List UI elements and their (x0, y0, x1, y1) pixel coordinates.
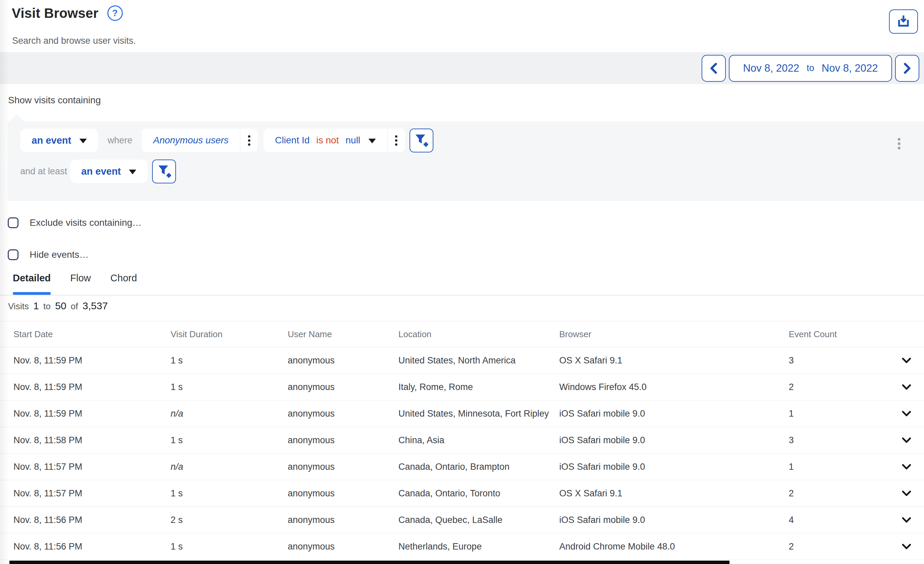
segment-condition-box[interactable]: Anonymous users (142, 129, 258, 152)
date-range-start: Nov 8, 2022 (743, 62, 799, 74)
cell-start-date: Nov. 8, 11:56 PM (14, 542, 171, 552)
page-subtitle: Search and browse user visits. (12, 36, 136, 46)
tab-detailed[interactable]: Detailed (13, 272, 51, 295)
col-user-name: User Name (288, 329, 398, 339)
table-row[interactable]: Nov. 8, 11:56 PM 2 s anonymous Canada, Q… (0, 507, 924, 533)
date-range-button[interactable]: Nov 8, 2022 to Nov 8, 2022 (729, 55, 892, 82)
cell-user-name: anonymous (288, 542, 398, 552)
expand-row-button[interactable] (902, 357, 911, 363)
cell-browser: iOS Safari mobile 9.0 (559, 435, 789, 446)
condition-field: Client Id (275, 135, 310, 146)
add-filter-button[interactable] (410, 129, 434, 153)
expand-row-button[interactable] (902, 384, 911, 390)
filter-panel-notch (0, 107, 924, 122)
table-row[interactable]: Nov. 8, 11:59 PM 1 s anonymous Italy, Ro… (0, 374, 924, 400)
cell-event-count: 2 (789, 488, 902, 499)
summary-total: 3,537 (82, 300, 108, 311)
table-row[interactable]: Nov. 8, 11:56 PM 1 s anonymous Netherlan… (0, 533, 924, 560)
cell-location: Italy, Rome, Rome (398, 382, 559, 392)
condition-operator: is not (316, 135, 339, 146)
filter-panel: an event where Anonymous users Client Id… (8, 122, 924, 201)
table-row[interactable]: Nov. 8, 11:59 PM n/a anonymous United St… (0, 400, 924, 427)
chevron-down-icon (902, 490, 911, 496)
hide-events-option: Hide events… (8, 249, 924, 261)
cell-user-name: anonymous (288, 382, 398, 392)
funnel-plus-icon (156, 164, 172, 179)
tab-flow[interactable]: Flow (70, 272, 91, 295)
table-header: Start Date Visit Duration User Name Loca… (0, 321, 924, 347)
cell-visit-duration: 1 s (171, 382, 288, 392)
date-range-separator: to (807, 63, 814, 74)
cell-location: China, Asia (398, 435, 559, 446)
expand-row-button[interactable] (902, 411, 911, 417)
filter-panel-menu-button[interactable] (898, 138, 900, 149)
filter-section-label: Show visits containing (8, 95, 924, 107)
cell-location: United States, Minnesota, Fort Ripley (398, 408, 559, 419)
hide-events-checkbox[interactable] (8, 249, 18, 260)
exclude-visits-checkbox[interactable] (8, 218, 18, 228)
segment-menu-button[interactable] (240, 135, 258, 146)
kebab-icon (395, 135, 398, 146)
exclude-visits-option: Exclude visits containing… (8, 217, 924, 228)
cell-visit-duration: 1 s (171, 542, 288, 552)
cell-browser: OS X Safari 9.1 (559, 488, 789, 499)
caret-down-icon (369, 139, 376, 143)
download-button[interactable] (889, 9, 918, 34)
visit-browser-page: Visit Browser ? Search and browse user v… (0, 0, 924, 564)
bottom-bar (9, 561, 729, 564)
cell-start-date: Nov. 8, 11:57 PM (14, 488, 171, 499)
event-type-dropdown-2-label: an event (81, 166, 121, 177)
cell-event-count: 1 (789, 408, 902, 419)
page-header: Visit Browser ? Search and browse user v… (0, 0, 924, 52)
cell-location: Canada, Ontario, Brampton (398, 462, 559, 472)
where-label: where (108, 135, 133, 146)
table-row[interactable]: Nov. 8, 11:59 PM 1 s anonymous United St… (0, 347, 924, 374)
chevron-down-icon (902, 437, 911, 443)
expand-row-button[interactable] (902, 437, 911, 443)
clientid-condition-box[interactable]: Client Id is not null (264, 129, 405, 152)
cell-event-count: 3 (789, 435, 902, 446)
table-body: Nov. 8, 11:59 PM 1 s anonymous United St… (0, 347, 924, 560)
chevron-down-icon (902, 411, 911, 417)
col-event-count: Event Count (789, 329, 902, 339)
tab-chord[interactable]: Chord (110, 272, 137, 295)
event-type-dropdown-2[interactable]: an event (70, 159, 148, 183)
segment-value: Anonymous users (153, 135, 228, 146)
next-period-button[interactable] (895, 55, 919, 82)
chevron-down-icon (902, 543, 911, 549)
page-title: Visit Browser (12, 6, 99, 21)
cell-visit-duration: 1 s (171, 488, 288, 499)
condition-menu-button[interactable] (388, 135, 405, 146)
cell-visit-duration: 2 s (171, 515, 288, 525)
cell-start-date: Nov. 8, 11:56 PM (14, 515, 171, 525)
view-tabs: Detailed Flow Chord (0, 272, 924, 296)
cell-browser: Android Chrome Mobile 48.0 (559, 542, 789, 552)
cell-event-count: 2 (789, 382, 902, 392)
add-filter-button-2[interactable] (152, 159, 176, 183)
cell-event-count: 1 (789, 462, 902, 472)
cell-location: United States, North America (398, 356, 559, 366)
col-start-date: Start Date (14, 329, 171, 339)
summary-to: 50 (55, 300, 66, 311)
table-row[interactable]: Nov. 8, 11:58 PM 1 s anonymous China, As… (0, 427, 924, 454)
cell-location: Netherlands, Europe (398, 542, 559, 552)
expand-row-button[interactable] (902, 543, 911, 549)
cell-browser: iOS Safari mobile 9.0 (559, 515, 789, 525)
table-row[interactable]: Nov. 8, 11:57 PM 1 s anonymous Canada, O… (0, 480, 924, 507)
cell-location: Canada, Ontario, Toronto (398, 488, 559, 499)
event-type-dropdown[interactable]: an event (20, 129, 98, 152)
expand-row-button[interactable] (902, 517, 911, 523)
cell-visit-duration: n/a (171, 462, 288, 472)
cell-user-name: anonymous (288, 488, 398, 499)
caret-down-icon (80, 139, 87, 143)
cell-browser: iOS Safari mobile 9.0 (559, 462, 789, 472)
table-row[interactable]: Nov. 8, 11:57 PM n/a anonymous Canada, O… (0, 454, 924, 480)
cell-user-name: anonymous (288, 515, 398, 525)
expand-row-button[interactable] (902, 464, 911, 470)
expand-row-button[interactable] (902, 490, 911, 496)
prev-period-button[interactable] (702, 55, 726, 82)
cell-event-count: 2 (789, 542, 902, 552)
condition-value: null (346, 135, 360, 146)
exclude-visits-label: Exclude visits containing… (30, 218, 142, 228)
help-icon[interactable]: ? (107, 5, 123, 21)
